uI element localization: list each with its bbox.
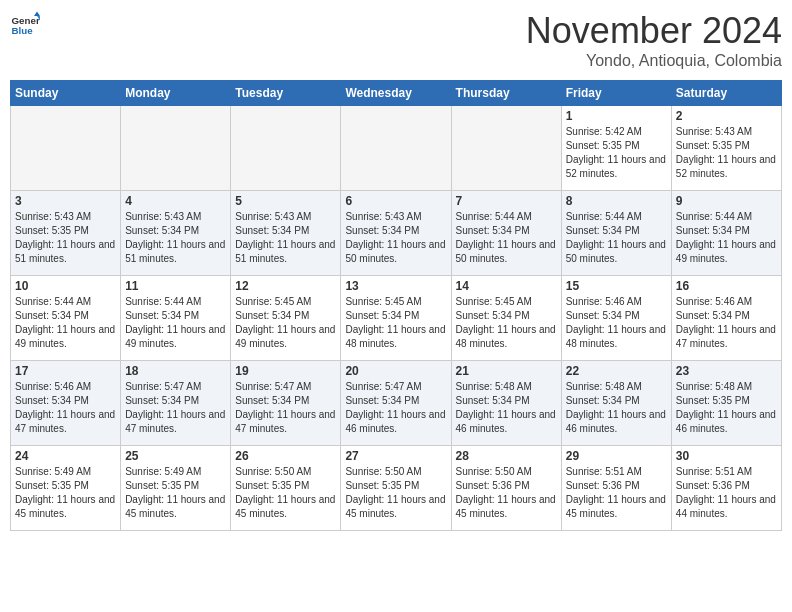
calendar-cell: 6Sunrise: 5:43 AMSunset: 5:34 PMDaylight… bbox=[341, 191, 451, 276]
calendar-cell: 30Sunrise: 5:51 AMSunset: 5:36 PMDayligh… bbox=[671, 446, 781, 531]
calendar-cell: 7Sunrise: 5:44 AMSunset: 5:34 PMDaylight… bbox=[451, 191, 561, 276]
day-info: Sunrise: 5:44 AMSunset: 5:34 PMDaylight:… bbox=[125, 295, 226, 351]
weekday-header-thursday: Thursday bbox=[451, 81, 561, 106]
day-info: Sunrise: 5:49 AMSunset: 5:35 PMDaylight:… bbox=[125, 465, 226, 521]
calendar-cell: 4Sunrise: 5:43 AMSunset: 5:34 PMDaylight… bbox=[121, 191, 231, 276]
calendar-cell: 26Sunrise: 5:50 AMSunset: 5:35 PMDayligh… bbox=[231, 446, 341, 531]
day-number: 15 bbox=[566, 279, 667, 293]
calendar-cell bbox=[11, 106, 121, 191]
logo-icon: General Blue bbox=[10, 10, 40, 40]
day-info: Sunrise: 5:43 AMSunset: 5:34 PMDaylight:… bbox=[235, 210, 336, 266]
day-number: 17 bbox=[15, 364, 116, 378]
calendar-cell: 12Sunrise: 5:45 AMSunset: 5:34 PMDayligh… bbox=[231, 276, 341, 361]
weekday-header-tuesday: Tuesday bbox=[231, 81, 341, 106]
calendar-cell: 27Sunrise: 5:50 AMSunset: 5:35 PMDayligh… bbox=[341, 446, 451, 531]
day-info: Sunrise: 5:45 AMSunset: 5:34 PMDaylight:… bbox=[345, 295, 446, 351]
calendar-cell: 22Sunrise: 5:48 AMSunset: 5:34 PMDayligh… bbox=[561, 361, 671, 446]
day-info: Sunrise: 5:50 AMSunset: 5:35 PMDaylight:… bbox=[235, 465, 336, 521]
title-block: November 2024 Yondo, Antioquia, Colombia bbox=[526, 10, 782, 70]
day-number: 30 bbox=[676, 449, 777, 463]
calendar-cell: 18Sunrise: 5:47 AMSunset: 5:34 PMDayligh… bbox=[121, 361, 231, 446]
calendar-cell: 13Sunrise: 5:45 AMSunset: 5:34 PMDayligh… bbox=[341, 276, 451, 361]
calendar-cell: 3Sunrise: 5:43 AMSunset: 5:35 PMDaylight… bbox=[11, 191, 121, 276]
day-number: 12 bbox=[235, 279, 336, 293]
day-number: 13 bbox=[345, 279, 446, 293]
day-info: Sunrise: 5:45 AMSunset: 5:34 PMDaylight:… bbox=[235, 295, 336, 351]
day-number: 23 bbox=[676, 364, 777, 378]
calendar-cell: 10Sunrise: 5:44 AMSunset: 5:34 PMDayligh… bbox=[11, 276, 121, 361]
calendar-cell: 5Sunrise: 5:43 AMSunset: 5:34 PMDaylight… bbox=[231, 191, 341, 276]
calendar-cell: 2Sunrise: 5:43 AMSunset: 5:35 PMDaylight… bbox=[671, 106, 781, 191]
day-number: 16 bbox=[676, 279, 777, 293]
day-number: 1 bbox=[566, 109, 667, 123]
calendar-cell bbox=[451, 106, 561, 191]
calendar-week-1: 1Sunrise: 5:42 AMSunset: 5:35 PMDaylight… bbox=[11, 106, 782, 191]
day-info: Sunrise: 5:44 AMSunset: 5:34 PMDaylight:… bbox=[676, 210, 777, 266]
logo: General Blue bbox=[10, 10, 40, 40]
day-number: 9 bbox=[676, 194, 777, 208]
calendar-week-5: 24Sunrise: 5:49 AMSunset: 5:35 PMDayligh… bbox=[11, 446, 782, 531]
day-info: Sunrise: 5:43 AMSunset: 5:34 PMDaylight:… bbox=[345, 210, 446, 266]
location: Yondo, Antioquia, Colombia bbox=[526, 52, 782, 70]
calendar-cell bbox=[121, 106, 231, 191]
day-number: 7 bbox=[456, 194, 557, 208]
day-number: 3 bbox=[15, 194, 116, 208]
day-number: 6 bbox=[345, 194, 446, 208]
day-number: 27 bbox=[345, 449, 446, 463]
day-info: Sunrise: 5:43 AMSunset: 5:35 PMDaylight:… bbox=[15, 210, 116, 266]
page-header: General Blue November 2024 Yondo, Antioq… bbox=[10, 10, 782, 70]
weekday-header-monday: Monday bbox=[121, 81, 231, 106]
day-info: Sunrise: 5:48 AMSunset: 5:34 PMDaylight:… bbox=[456, 380, 557, 436]
day-info: Sunrise: 5:50 AMSunset: 5:35 PMDaylight:… bbox=[345, 465, 446, 521]
day-info: Sunrise: 5:48 AMSunset: 5:35 PMDaylight:… bbox=[676, 380, 777, 436]
day-info: Sunrise: 5:45 AMSunset: 5:34 PMDaylight:… bbox=[456, 295, 557, 351]
calendar-week-2: 3Sunrise: 5:43 AMSunset: 5:35 PMDaylight… bbox=[11, 191, 782, 276]
calendar-cell: 25Sunrise: 5:49 AMSunset: 5:35 PMDayligh… bbox=[121, 446, 231, 531]
month-title: November 2024 bbox=[526, 10, 782, 52]
calendar-cell: 21Sunrise: 5:48 AMSunset: 5:34 PMDayligh… bbox=[451, 361, 561, 446]
day-number: 19 bbox=[235, 364, 336, 378]
day-number: 22 bbox=[566, 364, 667, 378]
day-info: Sunrise: 5:51 AMSunset: 5:36 PMDaylight:… bbox=[676, 465, 777, 521]
day-number: 29 bbox=[566, 449, 667, 463]
calendar-cell: 1Sunrise: 5:42 AMSunset: 5:35 PMDaylight… bbox=[561, 106, 671, 191]
day-info: Sunrise: 5:51 AMSunset: 5:36 PMDaylight:… bbox=[566, 465, 667, 521]
day-number: 14 bbox=[456, 279, 557, 293]
svg-marker-2 bbox=[34, 12, 40, 17]
day-info: Sunrise: 5:44 AMSunset: 5:34 PMDaylight:… bbox=[456, 210, 557, 266]
day-number: 21 bbox=[456, 364, 557, 378]
calendar-table: SundayMondayTuesdayWednesdayThursdayFrid… bbox=[10, 80, 782, 531]
day-info: Sunrise: 5:42 AMSunset: 5:35 PMDaylight:… bbox=[566, 125, 667, 181]
day-number: 26 bbox=[235, 449, 336, 463]
day-info: Sunrise: 5:50 AMSunset: 5:36 PMDaylight:… bbox=[456, 465, 557, 521]
day-info: Sunrise: 5:46 AMSunset: 5:34 PMDaylight:… bbox=[15, 380, 116, 436]
day-info: Sunrise: 5:43 AMSunset: 5:34 PMDaylight:… bbox=[125, 210, 226, 266]
calendar-cell: 16Sunrise: 5:46 AMSunset: 5:34 PMDayligh… bbox=[671, 276, 781, 361]
calendar-cell bbox=[341, 106, 451, 191]
day-info: Sunrise: 5:46 AMSunset: 5:34 PMDaylight:… bbox=[676, 295, 777, 351]
calendar-week-3: 10Sunrise: 5:44 AMSunset: 5:34 PMDayligh… bbox=[11, 276, 782, 361]
calendar-cell: 20Sunrise: 5:47 AMSunset: 5:34 PMDayligh… bbox=[341, 361, 451, 446]
day-info: Sunrise: 5:47 AMSunset: 5:34 PMDaylight:… bbox=[125, 380, 226, 436]
calendar-cell: 29Sunrise: 5:51 AMSunset: 5:36 PMDayligh… bbox=[561, 446, 671, 531]
day-info: Sunrise: 5:48 AMSunset: 5:34 PMDaylight:… bbox=[566, 380, 667, 436]
day-number: 20 bbox=[345, 364, 446, 378]
weekday-header-friday: Friday bbox=[561, 81, 671, 106]
calendar-week-4: 17Sunrise: 5:46 AMSunset: 5:34 PMDayligh… bbox=[11, 361, 782, 446]
weekday-header-saturday: Saturday bbox=[671, 81, 781, 106]
day-number: 2 bbox=[676, 109, 777, 123]
day-info: Sunrise: 5:44 AMSunset: 5:34 PMDaylight:… bbox=[15, 295, 116, 351]
day-number: 28 bbox=[456, 449, 557, 463]
day-number: 11 bbox=[125, 279, 226, 293]
day-number: 8 bbox=[566, 194, 667, 208]
weekday-header-wednesday: Wednesday bbox=[341, 81, 451, 106]
calendar-cell: 11Sunrise: 5:44 AMSunset: 5:34 PMDayligh… bbox=[121, 276, 231, 361]
calendar-cell: 8Sunrise: 5:44 AMSunset: 5:34 PMDaylight… bbox=[561, 191, 671, 276]
svg-text:General: General bbox=[12, 15, 41, 26]
day-info: Sunrise: 5:46 AMSunset: 5:34 PMDaylight:… bbox=[566, 295, 667, 351]
calendar-cell: 23Sunrise: 5:48 AMSunset: 5:35 PMDayligh… bbox=[671, 361, 781, 446]
day-number: 4 bbox=[125, 194, 226, 208]
day-info: Sunrise: 5:44 AMSunset: 5:34 PMDaylight:… bbox=[566, 210, 667, 266]
day-number: 24 bbox=[15, 449, 116, 463]
day-info: Sunrise: 5:43 AMSunset: 5:35 PMDaylight:… bbox=[676, 125, 777, 181]
